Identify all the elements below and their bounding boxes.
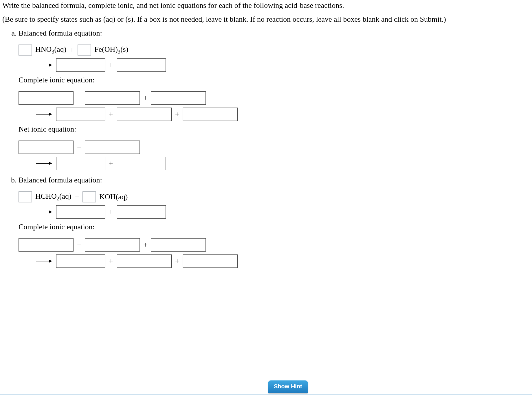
label-complete-ionic-a: Complete ionic equation:	[19, 76, 530, 84]
reaction-arrow-icon	[36, 112, 53, 117]
ci-reactant-a-2[interactable]	[85, 91, 140, 105]
product-input-a-2[interactable]	[117, 58, 166, 72]
ci-product-a-1[interactable]	[56, 108, 105, 121]
coef-input-b-r1[interactable]	[19, 191, 32, 202]
reaction-arrow-icon	[36, 210, 53, 214]
plus-a-1: +	[70, 46, 74, 54]
product-input-b-1[interactable]	[56, 205, 105, 219]
plus-a-6: +	[175, 110, 179, 119]
net-ionic-products-a: +	[36, 157, 530, 170]
reaction-arrow-icon	[36, 63, 53, 67]
label-complete-ionic-b: Complete ionic equation:	[19, 223, 530, 231]
ci-product-b-1[interactable]	[56, 254, 105, 268]
reaction-arrow-icon	[36, 259, 53, 263]
balanced-reactants-b: HCHO2(aq) + KOH(aq)	[19, 191, 530, 202]
plus-a-8: +	[109, 159, 113, 168]
plus-b-1: +	[75, 193, 79, 201]
plus-a-7: +	[77, 143, 81, 152]
reaction-arrow-icon	[36, 161, 53, 166]
label-balanced-b: Balanced formula equation:	[19, 176, 530, 184]
balanced-products-b: +	[36, 205, 530, 219]
ni-product-a-1[interactable]	[56, 157, 105, 170]
reactant-b-2: KOH(aq)	[99, 193, 128, 201]
ci-reactant-b-1[interactable]	[19, 238, 74, 252]
label-net-ionic-a: Net ionic equation:	[19, 125, 530, 134]
ni-reactant-a-2[interactable]	[85, 141, 140, 154]
plus-b-2: +	[109, 208, 113, 216]
reactant-b-1: HCHO2(aq)	[35, 192, 71, 202]
complete-ionic-reactants-a: + +	[19, 91, 530, 105]
instructions-line-1: Write the balanced formula, complete ion…	[2, 1, 530, 10]
ni-reactant-a-1[interactable]	[19, 141, 74, 154]
ci-product-a-3[interactable]	[183, 108, 238, 121]
plus-a-3: +	[77, 94, 81, 102]
ci-product-a-2[interactable]	[117, 108, 172, 121]
coef-input-a-r2[interactable]	[78, 45, 91, 56]
plus-a-5: +	[109, 110, 113, 119]
coef-input-a-r1[interactable]	[19, 45, 32, 56]
label-balanced-a: Balanced formula equation:	[19, 29, 530, 38]
ci-product-b-3[interactable]	[183, 254, 238, 268]
balanced-products-a: +	[36, 58, 530, 72]
ni-product-a-2[interactable]	[117, 157, 166, 170]
coef-input-b-r2[interactable]	[82, 191, 96, 202]
complete-ionic-products-a: + +	[36, 108, 530, 121]
plus-a-2: +	[109, 61, 113, 69]
reactant-a-1: HNO3(aq)	[35, 45, 66, 55]
ci-reactant-a-3[interactable]	[151, 91, 206, 105]
complete-ionic-products-b: + +	[36, 254, 530, 268]
part-a: Balanced formula equation: HNO3(aq) + Fe…	[19, 29, 530, 176]
ci-product-b-2[interactable]	[117, 254, 172, 268]
plus-a-4: +	[143, 94, 148, 102]
ci-reactant-b-2[interactable]	[85, 238, 140, 252]
reactant-a-2: Fe(OH)3(s)	[94, 45, 128, 55]
ci-reactant-b-3[interactable]	[151, 238, 206, 252]
plus-b-6: +	[175, 257, 179, 265]
balanced-reactants-a: HNO3(aq) + Fe(OH)3(s)	[19, 45, 530, 56]
plus-b-4: +	[143, 241, 148, 249]
net-ionic-reactants-a: +	[19, 141, 530, 154]
plus-b-5: +	[109, 257, 113, 265]
instructions-line-2: (Be sure to specify states such as (aq) …	[2, 15, 530, 24]
product-input-a-1[interactable]	[56, 58, 105, 72]
product-input-b-2[interactable]	[117, 205, 166, 219]
ci-reactant-a-1[interactable]	[19, 91, 74, 105]
plus-b-3: +	[77, 241, 81, 249]
complete-ionic-reactants-b: + +	[19, 238, 530, 252]
part-b: Balanced formula equation: HCHO2(aq) + K…	[19, 176, 530, 274]
